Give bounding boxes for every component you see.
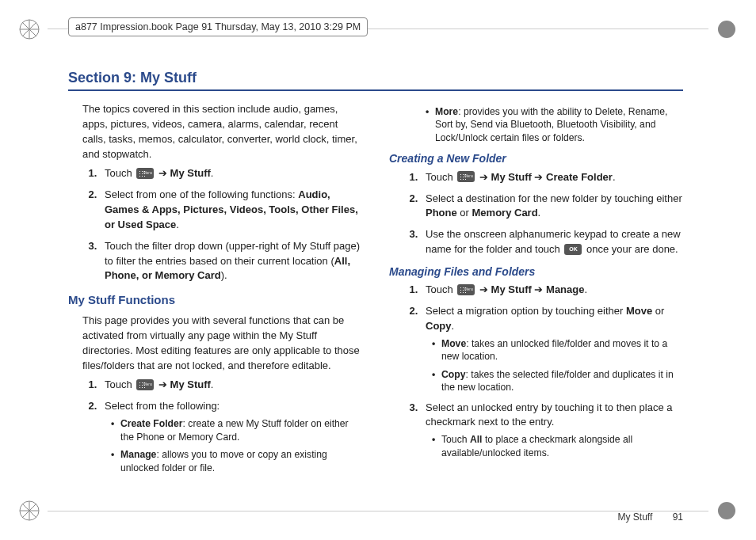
text-bold: My Stuff <box>170 167 211 179</box>
text-bold: My Stuff <box>491 283 532 295</box>
bullet-all: Touch All to place a checkmark alongside… <box>432 433 683 459</box>
cf-step-1: Touch ➔ My Stuff ➔ Create Folder. <box>421 170 683 185</box>
functions-steps: Touch ➔ My Stuff. Select from the follow… <box>82 378 362 474</box>
footer-label: My Stuff <box>618 511 653 523</box>
text: Touch <box>105 378 135 390</box>
section-title: Section 9: My Stuff <box>68 70 683 91</box>
text: . <box>211 167 214 179</box>
subheading-managing: Managing Files and Folders <box>389 264 683 280</box>
text: Touch <box>426 171 456 183</box>
text-bold: All <box>470 434 483 445</box>
step-3: Touch the filter drop down (upper-right … <box>100 239 362 284</box>
bullet-copy: Copy: takes the selected file/folder and… <box>432 368 683 394</box>
text: . <box>613 171 616 183</box>
func-step-1: Touch ➔ My Stuff. <box>100 378 362 393</box>
text: or <box>457 207 472 219</box>
text: . <box>584 283 587 295</box>
text: . <box>452 320 455 332</box>
text: Touch the filter drop down (upper-right … <box>105 240 360 267</box>
text: Touch <box>426 283 456 295</box>
mg-step-1: Touch ➔ My Stuff ➔ Manage. <box>421 283 683 298</box>
text: : takes an unlocked file/folder and move… <box>441 338 667 362</box>
intro-text: The topics covered in this section inclu… <box>82 102 362 162</box>
arrow-icon: ➔ <box>476 283 491 295</box>
func-step-2: Select from the following: Create Folder… <box>100 399 362 474</box>
text-bold: Move <box>626 305 652 317</box>
arrow-icon: ➔ <box>155 378 170 390</box>
text: or <box>652 305 664 317</box>
text: once your are done. <box>583 243 678 255</box>
step-2: Select from one of the following functio… <box>100 188 362 233</box>
corner-ornament-tl <box>17 17 41 41</box>
func-bullets: Create Folder: create a new My Stuff fol… <box>111 417 362 474</box>
text: ). <box>221 269 227 281</box>
text-bold: Manage <box>120 449 156 460</box>
text-bold: Memory Card <box>472 207 538 219</box>
left-column: The topics covered in this section inclu… <box>68 102 362 481</box>
text: Select from one of the following functio… <box>105 188 298 200</box>
text: Select a migration option by touching ei… <box>426 305 626 317</box>
corner-ornament-br <box>715 499 739 523</box>
bullet-manage: Manage: allows you to move or copy an ex… <box>111 448 362 474</box>
bullet-create-folder: Create Folder: create a new My Stuff fol… <box>111 417 362 443</box>
all-bullet: Touch All to place a checkmark alongside… <box>432 433 683 459</box>
subheading-functions: My Stuff Functions <box>68 291 362 309</box>
arrow-icon: ➔ <box>532 283 546 295</box>
corner-ornament-tr <box>715 17 739 41</box>
arrow-icon: ➔ <box>476 171 491 183</box>
bullet-move: Move: takes an unlocked file/folder and … <box>432 337 683 363</box>
text-bold: More <box>435 106 458 117</box>
page-content: Section 9: My Stuff The topics covered i… <box>68 14 683 526</box>
svg-point-5 <box>718 21 735 38</box>
text-bold: Create Folder <box>120 418 183 429</box>
arrow-icon: ➔ <box>532 171 546 183</box>
cf-step-2: Select a destination for the new folder … <box>421 192 683 222</box>
text: : provides you with the ability to Delet… <box>435 106 667 143</box>
menu-icon <box>136 168 154 179</box>
step-1: Touch ➔ My Stuff. <box>100 166 362 181</box>
text-bold: My Stuff <box>170 378 211 390</box>
page-footer: My Stuff 91 <box>618 511 684 523</box>
move-copy-bullets: Move: takes an unlocked file/folder and … <box>432 337 683 394</box>
mg-step-3: Select an unlocked entry by touching it … <box>421 401 683 460</box>
bullet-more: More: provides you with the ability to D… <box>426 105 683 144</box>
text-bold: Manage <box>546 283 584 295</box>
menu-icon <box>457 284 475 295</box>
text: Select from the following: <box>105 400 220 412</box>
create-folder-steps: Touch ➔ My Stuff ➔ Create Folder. Select… <box>403 170 683 257</box>
right-column: More: provides you with the ability to D… <box>389 102 683 481</box>
more-bullet-list: More: provides you with the ability to D… <box>426 105 683 144</box>
text-bold: Copy <box>426 320 452 332</box>
text-bold: My Stuff <box>491 171 532 183</box>
arrow-icon: ➔ <box>155 167 170 179</box>
text: : takes the selected file/folder and dup… <box>441 369 674 393</box>
text: Touch <box>105 167 135 179</box>
managing-steps: Touch ➔ My Stuff ➔ Manage. Select a migr… <box>403 283 683 459</box>
cf-step-3: Use the onscreen alphanumeric keypad to … <box>421 227 683 257</box>
subheading-create-folder: Creating a New Folder <box>389 150 683 166</box>
ok-button-icon: OK <box>564 244 582 255</box>
text: . <box>538 207 541 219</box>
svg-point-11 <box>718 502 735 519</box>
text: . <box>211 378 214 390</box>
functions-intro: This page provides you with several func… <box>82 314 362 373</box>
text: Select a destination for the new folder … <box>426 192 682 204</box>
menu-icon <box>136 379 154 390</box>
text: . <box>176 219 179 230</box>
menu-icon <box>457 171 475 182</box>
corner-ornament-bl <box>17 499 41 523</box>
text-bold: Create Folder <box>546 171 613 183</box>
mg-step-2: Select a migration option by touching ei… <box>421 304 683 394</box>
text-bold: Copy <box>441 369 465 380</box>
main-steps: Touch ➔ My Stuff. Select from one of the… <box>82 166 362 283</box>
text-bold: Phone <box>426 207 457 219</box>
text: Select an unlocked entry by touching it … <box>426 401 672 428</box>
text: Touch <box>441 434 470 445</box>
text-bold: Move <box>441 338 466 349</box>
page-number: 91 <box>673 511 683 523</box>
